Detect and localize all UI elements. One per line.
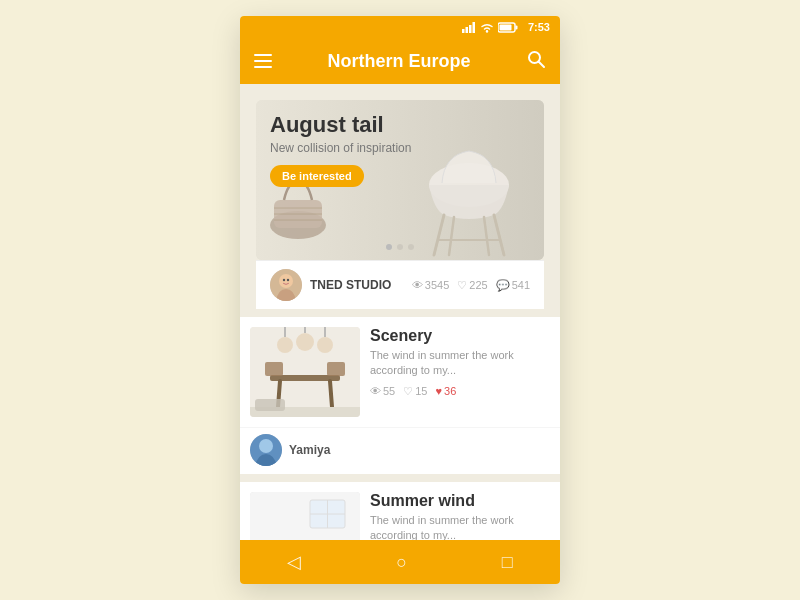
- card-scenery-stats: 👁 55 ♡ 15 ♥ 36: [370, 385, 550, 398]
- back-button[interactable]: ◁: [287, 551, 301, 573]
- heart-filled-icon: ♥: [436, 385, 443, 397]
- main-content: August tail New collision of inspiration…: [240, 84, 560, 540]
- hero-user-avatar: [270, 269, 302, 301]
- page-title: Northern Europe: [327, 51, 470, 72]
- recent-button[interactable]: □: [502, 552, 513, 573]
- card-scenery-title: Scenery: [370, 327, 550, 345]
- phone-container: 7:53 Northern Europe: [240, 16, 560, 584]
- card-scenery-info: Scenery The wind in summer the work acco…: [370, 327, 550, 417]
- hero-stats: 👁 3545 ♡ 225 💬 541: [412, 279, 530, 292]
- svg-line-13: [449, 217, 454, 255]
- heart-icon: ♡: [457, 279, 467, 292]
- hero-subtitle: New collision of inspiration: [270, 141, 411, 155]
- svg-rect-7: [499, 24, 511, 30]
- hero-card: August tail New collision of inspiration…: [240, 84, 560, 309]
- hero-user-name: TNED STUDIO: [310, 278, 404, 292]
- dot-3: [408, 244, 414, 250]
- svg-rect-6: [515, 25, 517, 29]
- svg-point-4: [486, 30, 488, 32]
- eye-icon: 👁: [370, 385, 381, 397]
- svg-rect-0: [462, 29, 465, 33]
- status-time: 7:53: [528, 21, 550, 33]
- card-summer-info: Summer wind The wind in summer the work …: [370, 492, 550, 540]
- battery-icon: [498, 22, 518, 33]
- be-interested-button[interactable]: Be interested: [270, 165, 364, 187]
- svg-point-23: [283, 279, 285, 281]
- scenery-thumbnail: [250, 327, 360, 417]
- search-icon[interactable]: [526, 49, 546, 74]
- nav-bar: Northern Europe: [240, 38, 560, 84]
- svg-line-12: [494, 215, 504, 255]
- svg-rect-2: [469, 25, 472, 33]
- status-bar: 7:53: [240, 16, 560, 38]
- svg-line-28: [330, 381, 332, 407]
- hero-likes: ♡ 225: [457, 279, 487, 292]
- svg-rect-3: [472, 22, 475, 33]
- card-scenery: Scenery The wind in summer the work acco…: [240, 317, 560, 474]
- svg-point-33: [317, 337, 333, 353]
- chair-illustration: [404, 115, 534, 260]
- bottom-nav: ◁ ○ □: [240, 540, 560, 584]
- dot-1: [386, 244, 392, 250]
- svg-line-14: [484, 217, 489, 255]
- card-summer-inner: Summer wind The wind in summer the work …: [240, 482, 560, 540]
- dots-indicator: [386, 244, 414, 250]
- svg-point-40: [259, 439, 273, 453]
- svg-rect-30: [327, 362, 345, 376]
- heart-icon: ♡: [403, 385, 413, 398]
- card-summer-desc: The wind in summer the work according to…: [370, 513, 550, 540]
- signal-icon: [462, 22, 476, 33]
- card-scenery-user-row[interactable]: Yamiya: [240, 427, 560, 474]
- scenery-comments: ♥ 36: [436, 385, 457, 398]
- svg-rect-29: [265, 362, 283, 376]
- hero-title: August tail: [270, 112, 411, 138]
- card-summer-wind: Summer wind The wind in summer the work …: [240, 482, 560, 540]
- svg-line-11: [434, 215, 444, 255]
- svg-point-31: [277, 337, 293, 353]
- svg-rect-38: [255, 399, 285, 411]
- scenery-user-avatar: [250, 434, 282, 466]
- scenery-likes: ♡ 15: [403, 385, 427, 398]
- eye-icon: 👁: [412, 279, 423, 291]
- card-scenery-desc: The wind in summer the work according to…: [370, 348, 550, 379]
- card-summer-title: Summer wind: [370, 492, 550, 510]
- hero-user-row[interactable]: TNED STUDIO 👁 3545 ♡ 225 💬 541: [256, 260, 544, 309]
- hero-image: August tail New collision of inspiration…: [256, 100, 544, 260]
- wifi-icon: [480, 22, 494, 33]
- scenery-views: 👁 55: [370, 385, 395, 398]
- hero-content: August tail New collision of inspiration…: [270, 112, 411, 187]
- hero-comments: 💬 541: [496, 279, 530, 292]
- comment-icon: 💬: [496, 279, 510, 292]
- svg-point-24: [287, 279, 289, 281]
- svg-point-22: [279, 274, 293, 288]
- hero-views: 👁 3545: [412, 279, 449, 292]
- home-button[interactable]: ○: [396, 552, 407, 573]
- summer-thumbnail: [250, 492, 360, 540]
- dot-2: [397, 244, 403, 250]
- menu-button[interactable]: [254, 54, 272, 68]
- card-scenery-inner: Scenery The wind in summer the work acco…: [240, 317, 560, 427]
- svg-point-32: [296, 333, 314, 351]
- svg-line-9: [538, 61, 544, 67]
- status-icons: 7:53: [462, 21, 550, 33]
- scenery-user-name: Yamiya: [289, 443, 330, 457]
- svg-rect-1: [465, 27, 468, 33]
